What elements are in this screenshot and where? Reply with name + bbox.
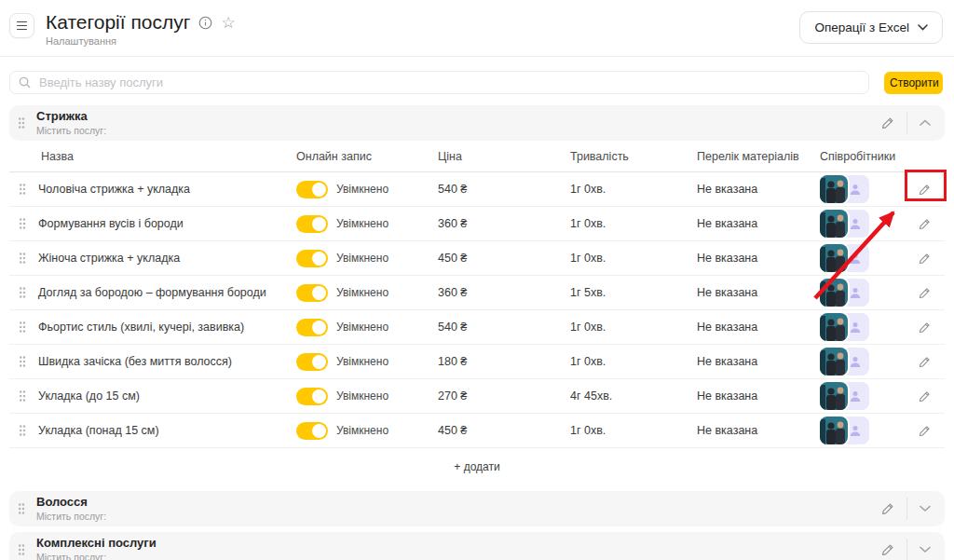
online-booking-toggle[interactable] <box>296 250 328 267</box>
service-name: Швидка зачіска (без миття волосся) <box>38 355 232 368</box>
hamburger-menu-button[interactable] <box>9 13 34 38</box>
edit-category-button[interactable] <box>879 541 896 558</box>
person-icon <box>849 286 862 299</box>
online-booking-status: Увімкнено <box>336 424 388 437</box>
service-duration: 1г 0хв. <box>570 424 697 437</box>
drag-handle-icon[interactable] <box>19 321 26 334</box>
edit-service-button[interactable] <box>917 182 933 198</box>
category-subtitle: Містить послуг: <box>36 552 157 560</box>
table-row: Швидка зачіска (без миття волосся) Увімк… <box>9 345 945 379</box>
person-icon <box>849 389 862 403</box>
online-booking-toggle[interactable] <box>296 422 328 440</box>
drag-handle-icon[interactable] <box>19 183 26 196</box>
employee-avatar[interactable] <box>820 313 848 341</box>
online-booking-toggle[interactable] <box>296 388 328 405</box>
edit-category-button[interactable] <box>879 500 896 517</box>
edit-service-button[interactable] <box>917 423 933 439</box>
edit-service-button[interactable] <box>917 285 933 301</box>
service-materials: Не вказана <box>697 217 820 230</box>
service-duration: 1г 0хв. <box>570 321 697 334</box>
edit-service-button[interactable] <box>917 320 933 335</box>
online-booking-toggle[interactable] <box>296 215 328 233</box>
info-icon[interactable] <box>198 16 212 30</box>
online-booking-toggle[interactable] <box>296 181 328 198</box>
excel-operations-button[interactable]: Операції з Excel <box>799 11 943 44</box>
service-price: 450 ₴ <box>438 424 570 437</box>
edit-service-button[interactable] <box>917 389 933 404</box>
service-materials: Не вказана <box>697 183 820 196</box>
drag-handle-icon[interactable] <box>18 543 25 556</box>
service-name: Фьортис стиль (хвилі, кучері, завивка) <box>38 321 244 334</box>
service-materials: Не вказана <box>697 286 820 299</box>
service-name: Укладка (до 15 см) <box>38 389 140 403</box>
column-header-price: Ціна <box>438 150 570 163</box>
employee-avatar[interactable] <box>820 175 848 203</box>
employee-avatar[interactable] <box>820 417 848 444</box>
column-header-duration: Тривалість <box>570 150 697 163</box>
person-icon <box>849 217 862 230</box>
category-header-strizhka[interactable]: Стрижка Містить послуг: <box>9 105 945 141</box>
edit-service-button[interactable] <box>917 216 933 232</box>
employee-avatar[interactable] <box>820 348 848 376</box>
search-icon <box>19 76 31 89</box>
service-materials: Не вказана <box>697 424 820 437</box>
drag-handle-icon[interactable] <box>19 355 26 368</box>
pencil-icon <box>919 218 931 230</box>
service-price: 360 ₴ <box>438 286 570 299</box>
search-box[interactable] <box>9 71 869 94</box>
expand-category-button[interactable] <box>918 544 933 555</box>
category-header-kompleksni[interactable]: Комплексні послуги Містить послуг: <box>9 532 945 560</box>
chevron-down-icon <box>918 24 928 31</box>
drag-handle-icon[interactable] <box>19 424 26 437</box>
table-row: Чоловіча стрижка + укладка Увімкнено 540… <box>9 172 945 207</box>
drag-handle-icon[interactable] <box>18 502 25 515</box>
excel-operations-label: Операції з Excel <box>814 20 909 34</box>
service-duration: 1г 0хв. <box>570 355 697 368</box>
drag-handle-icon[interactable] <box>19 389 26 403</box>
service-price: 450 ₴ <box>438 252 570 265</box>
edit-category-button[interactable] <box>879 115 896 131</box>
drag-handle-icon[interactable] <box>19 217 26 230</box>
drag-handle-icon[interactable] <box>19 252 26 265</box>
person-icon <box>849 424 862 437</box>
service-materials: Не вказана <box>697 252 820 265</box>
online-booking-toggle[interactable] <box>296 353 328 371</box>
person-icon <box>849 355 862 368</box>
online-booking-status: Увімкнено <box>336 217 388 230</box>
online-booking-status: Увімкнено <box>336 252 388 265</box>
employee-avatar[interactable] <box>820 279 848 307</box>
favorite-star-icon[interactable]: ☆ <box>221 15 235 31</box>
edit-service-button[interactable] <box>917 354 933 370</box>
employee-avatar[interactable] <box>820 382 848 410</box>
online-booking-status: Увімкнено <box>336 183 388 196</box>
employee-avatar[interactable] <box>820 210 848 238</box>
service-price: 270 ₴ <box>438 389 570 403</box>
edit-service-button[interactable] <box>917 251 933 266</box>
category-header-volossya[interactable]: Волосся Містить послуг: <box>9 491 945 526</box>
search-input[interactable] <box>37 75 860 90</box>
online-booking-toggle[interactable] <box>296 284 328 302</box>
online-booking-status: Увімкнено <box>336 286 388 299</box>
expand-category-button[interactable] <box>918 503 933 514</box>
breadcrumb: Налаштування <box>46 35 236 47</box>
table-row: Фьортис стиль (хвилі, кучері, завивка) У… <box>9 310 945 345</box>
online-booking-toggle[interactable] <box>296 319 328 336</box>
drag-handle-icon[interactable] <box>19 286 26 299</box>
category-subtitle: Містить послуг: <box>36 511 106 522</box>
chevron-up-icon <box>920 119 931 127</box>
service-duration: 1г 0хв. <box>570 252 697 265</box>
add-service-button[interactable]: + додати <box>9 448 945 485</box>
pencil-icon <box>881 543 894 556</box>
category-name: Волосся <box>36 496 106 509</box>
drag-handle-icon[interactable] <box>18 116 25 130</box>
column-header-materials: Перелік матеріалів <box>697 150 820 163</box>
create-button[interactable]: Створити <box>884 72 943 94</box>
service-duration: 4г 45хв. <box>570 389 697 403</box>
divider <box>906 112 907 134</box>
employee-avatar[interactable] <box>820 244 848 272</box>
pencil-icon <box>919 321 931 334</box>
collapse-category-button[interactable] <box>918 117 933 129</box>
service-name: Укладка (понад 15 см) <box>38 424 159 437</box>
table-row: Жіноча стрижка + укладка Увімкнено 450 ₴… <box>9 241 945 276</box>
pencil-icon <box>919 287 931 299</box>
